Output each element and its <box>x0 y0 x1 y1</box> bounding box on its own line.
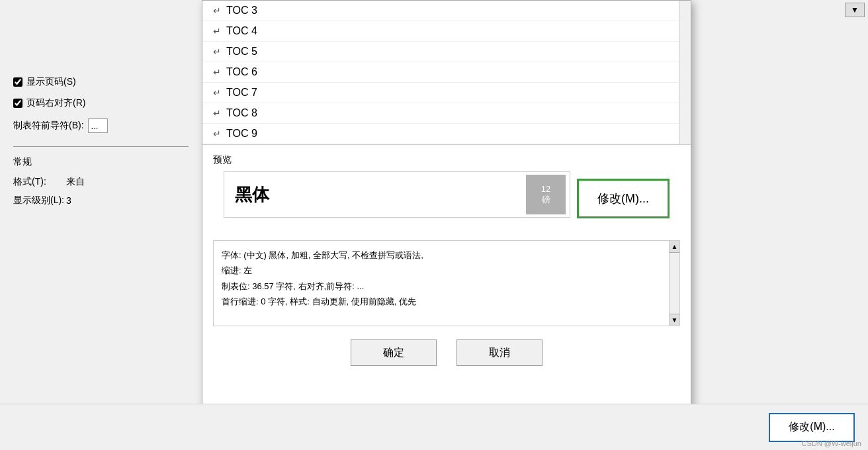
return-icon: ↵ <box>213 128 221 139</box>
list-item[interactable]: ↵ TOC 7 <box>202 83 691 103</box>
badge-unit: 磅 <box>542 194 550 206</box>
preview-font-name: 黑体 <box>224 183 526 206</box>
divider <box>13 146 189 147</box>
toc-item-label: TOC 7 <box>226 87 257 99</box>
tab-prefix-row: 制表符前导符(B): <box>13 118 189 133</box>
level-row: 显示级别(L): 3 <box>13 195 189 206</box>
preview-badge: 12 磅 <box>526 175 566 214</box>
return-icon: ↵ <box>213 5 221 16</box>
level-label: 显示级别(L): <box>13 195 66 206</box>
toc-item-label: TOC 5 <box>226 46 257 58</box>
format-value: 来自 <box>66 176 85 188</box>
right-scroll-area: ▼ <box>842 0 868 424</box>
tab-prefix-input[interactable] <box>88 118 108 133</box>
desc-scrollbar-down-btn[interactable]: ▼ <box>670 314 679 326</box>
toc-item-label: TOC 9 <box>226 128 257 140</box>
desc-line4: 首行缩进: 0 字符, 样式: 自动更新, 使用前隐藏, 优先 <box>222 294 658 309</box>
desc-line2: 缩进: 左 <box>222 263 658 278</box>
level-value: 3 <box>66 195 71 206</box>
show-page-number-checkbox[interactable] <box>13 77 22 87</box>
right-scroll-down-btn[interactable]: ▼ <box>845 3 865 17</box>
list-item[interactable]: ↵ TOC 5 <box>202 42 691 62</box>
toc-scrollbar[interactable]: ▼ <box>679 1 691 145</box>
toc-item-label: TOC 8 <box>226 107 257 119</box>
toc-item-label: TOC 6 <box>226 66 257 78</box>
format-row: 格式(T): 来自 <box>13 176 189 188</box>
ok-button[interactable]: 确定 <box>351 339 437 366</box>
list-item[interactable]: ↵ TOC 8 <box>202 103 691 124</box>
tab-prefix-label: 制表符前导符(B): <box>13 120 84 132</box>
toc-item-label: TOC 4 <box>226 25 257 37</box>
format-label: 格式(T): <box>13 176 66 188</box>
toc-list: ↵ TOC 3 ↵ TOC 4 ↵ TOC 5 ↵ TOC 6 ↵ TOC 7 … <box>202 1 691 145</box>
desc-scrollbar-up-btn[interactable]: ▲ <box>670 241 679 253</box>
list-item[interactable]: ↵ TOC 3 <box>202 1 691 21</box>
right-align-row: 页码右对齐(R) <box>13 97 189 109</box>
cancel-button[interactable]: 取消 <box>456 339 542 366</box>
show-page-number-row: 显示页码(S) <box>13 76 189 88</box>
list-item[interactable]: ↵ TOC 9 <box>202 124 691 144</box>
show-page-number-label: 显示页码(S) <box>26 76 76 88</box>
left-panel: 显示页码(S) 页码右对齐(R) 制表符前导符(B): 常规 格式(T): 来自… <box>0 0 202 424</box>
return-icon: ↵ <box>213 46 221 57</box>
preview-section: 预览 黑体 12 磅 修改(M)... <box>202 145 691 240</box>
watermark: CSDN @W-weijun <box>802 439 861 447</box>
description-area: 字体: (中文) 黑体, 加粗, 全部大写, 不检查拼写或语法, 缩进: 左 制… <box>213 240 680 326</box>
desc-line3: 制表位: 36.57 字符, 右对齐,前导符: ... <box>222 279 658 294</box>
list-item[interactable]: ↵ TOC 6 <box>202 62 691 83</box>
return-icon: ↵ <box>213 108 221 118</box>
bottom-bar: 修改(M)... <box>0 404 868 450</box>
bottom-modify-button[interactable]: 修改(M)... <box>769 413 855 442</box>
modify-button-green[interactable]: 修改(M)... <box>577 179 670 218</box>
return-icon: ↵ <box>213 87 221 98</box>
badge-size: 12 <box>541 184 550 194</box>
return-icon: ↵ <box>213 67 221 77</box>
dialog-bottom-buttons: 确定 取消 <box>202 326 691 379</box>
list-item[interactable]: ↵ TOC 4 <box>202 21 691 42</box>
toc-item-label: TOC 3 <box>226 5 257 17</box>
general-section-title: 常规 <box>13 156 189 168</box>
preview-label: 预览 <box>213 154 680 166</box>
preview-row: 黑体 12 磅 修改(M)... <box>224 171 670 226</box>
preview-box: 黑体 12 磅 <box>224 171 570 218</box>
return-icon: ↵ <box>213 26 221 36</box>
right-align-checkbox[interactable] <box>13 99 22 108</box>
desc-scrollbar[interactable]: ▲ ▼ <box>669 241 679 326</box>
right-align-label: 页码右对齐(R) <box>26 97 85 109</box>
desc-line1: 字体: (中文) 黑体, 加粗, 全部大写, 不检查拼写或语法, <box>222 248 658 263</box>
dialog: ↵ TOC 3 ↵ TOC 4 ↵ TOC 5 ↵ TOC 6 ↵ TOC 7 … <box>202 0 691 424</box>
